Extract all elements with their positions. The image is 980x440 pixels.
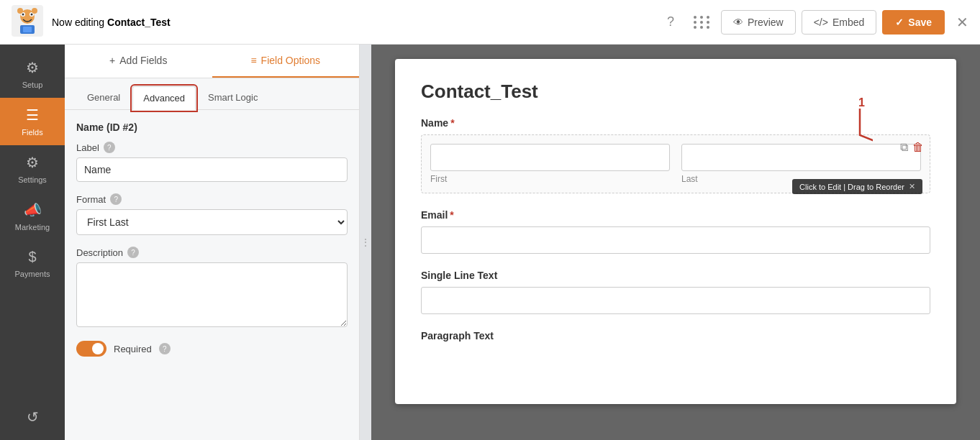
sidebar-item-marketing-label: Marketing [15,223,50,232]
last-name-group: Last [681,144,921,184]
check-icon: ✓ [895,17,904,28]
preview-field-email[interactable]: Email * [421,209,930,254]
sub-tabs: General Advanced Smart Logic [65,78,359,110]
required-toggle[interactable] [76,341,106,357]
email-required-star: * [450,209,453,221]
sidebar-nav: ⚙ Setup ☰ Fields ⚙ Settings 📣 Marketing … [0,45,65,440]
form-preview: Contact_Test Name * First [395,59,956,404]
first-name-input[interactable] [430,144,670,171]
revisions-icon: ↺ [27,408,39,426]
sidebar-item-fields-label: Fields [22,128,42,137]
sidebar-item-setup[interactable]: ⚙ Setup [0,50,65,98]
last-name-input[interactable] [681,144,921,171]
code-icon: </> [814,17,828,28]
single-line-input[interactable] [421,287,930,314]
svg-point-5 [31,14,33,16]
name-inputs: First Last [430,144,921,184]
sub-tab-general[interactable]: General [76,86,131,109]
top-header: Now editing Contact_Test ? 👁 Preview </>… [0,0,980,45]
settings-icon: ⚙ [26,154,39,171]
label-group: Label ? [76,142,348,182]
sidebar-item-payments-label: Payments [15,270,50,278]
preview-area: Contact_Test Name * First [371,45,980,440]
name-required-star: * [450,117,454,129]
format-select[interactable]: First Last First Last First Middle Last [76,209,348,235]
sidebar-item-settings-label: Settings [18,175,47,184]
help-button[interactable]: ? [658,9,684,35]
save-button[interactable]: ✓ Save [882,10,945,35]
header-editing-text: Now editing Contact_Test [52,17,171,28]
required-row: Required ? [76,341,348,357]
name-field-container[interactable]: First Last ⧉ 🗑 Click to Edi [421,134,930,193]
preview-form-title: Contact_Test [421,81,930,103]
first-label: First [430,174,670,184]
header-right: ? 👁 Preview </> Embed ✓ Save ✕ [658,9,968,35]
sidebar-item-revisions[interactable]: ↺ [0,400,65,434]
required-help-icon[interactable]: ? [159,343,171,354]
svg-point-4 [22,14,24,16]
tab-add-fields[interactable]: + Add Fields [65,45,212,78]
setup-icon: ⚙ [26,59,39,76]
description-group: Description ? [76,247,348,329]
field-section-title: Name (ID #2) [76,122,348,133]
preview-paragraph-label: Paragraph Text [421,330,930,342]
preview-email-label: Email * [421,209,930,221]
sidebar-item-fields[interactable]: ☰ Fields [0,98,65,145]
grid-button[interactable] [689,9,715,35]
sidebar-item-setup-label: Setup [22,81,43,89]
close-button[interactable]: ✕ [956,14,968,31]
svg-point-7 [32,8,37,14]
label-input[interactable] [76,157,348,182]
fields-icon: ☰ [26,106,39,124]
left-panel: + Add Fields ≡ Field Options General Adv… [65,45,360,440]
label-field-label: Label ? [76,142,348,153]
field-actions: ⧉ 🗑 [900,141,924,154]
eye-icon: 👁 [733,17,743,28]
preview-button[interactable]: 👁 Preview [721,10,796,35]
svg-rect-9 [23,27,32,32]
description-textarea[interactable] [76,262,348,327]
toggle-slider [76,341,106,357]
sub-tab-smart-logic[interactable]: Smart Logic [197,86,268,109]
format-help-icon[interactable]: ? [110,193,122,205]
sub-tab-advanced[interactable]: Advanced [132,86,196,110]
payments-icon: $ [28,249,36,265]
main-layout: ⚙ Setup ☰ Fields ⚙ Settings 📣 Marketing … [0,45,980,440]
format-field-label: Format ? [76,193,348,205]
preview-single-line-label: Single Line Text [421,270,930,281]
description-help-icon[interactable]: ? [127,247,139,258]
sidebar-item-payments[interactable]: $ Payments [0,240,65,287]
embed-button[interactable]: </> Embed [802,10,877,35]
panel-resize-handle[interactable]: ⋮ [360,45,371,440]
preview-field-paragraph[interactable]: Paragraph Text [421,330,930,342]
preview-name-label: Name * [421,117,930,129]
header-form-name: Contact_Test [107,17,171,28]
options-icon: ≡ [250,55,256,66]
add-icon: + [109,55,115,66]
duplicate-button[interactable]: ⧉ [900,141,908,154]
header-left: Now editing Contact_Test [12,5,171,39]
format-group: Format ? First Last First Last First Mid… [76,193,348,235]
panel-tabs: + Add Fields ≡ Field Options [65,45,359,78]
email-input[interactable] [421,226,930,254]
description-field-label: Description ? [76,247,348,258]
panel-content: Name (ID #2) Label ? Format ? [65,110,359,368]
sidebar-item-marketing[interactable]: 📣 Marketing [0,193,65,240]
tab-field-options[interactable]: ≡ Field Options [212,45,360,78]
marketing-icon: 📣 [24,201,42,219]
click-tooltip: Click to Edit | Drag to Reorder ✕ [792,179,922,194]
logo [12,5,43,39]
first-name-group: First [430,144,670,184]
sidebar-item-settings[interactable]: ⚙ Settings [0,145,65,193]
preview-field-single-line[interactable]: Single Line Text [421,270,930,314]
svg-point-6 [17,8,23,14]
preview-field-name[interactable]: Name * First Last [421,117,930,193]
label-help-icon[interactable]: ? [104,142,115,153]
delete-button[interactable]: 🗑 [912,141,924,154]
grid-icon [694,16,711,29]
tooltip-close[interactable]: ✕ [909,182,915,191]
required-label: Required [114,344,152,354]
